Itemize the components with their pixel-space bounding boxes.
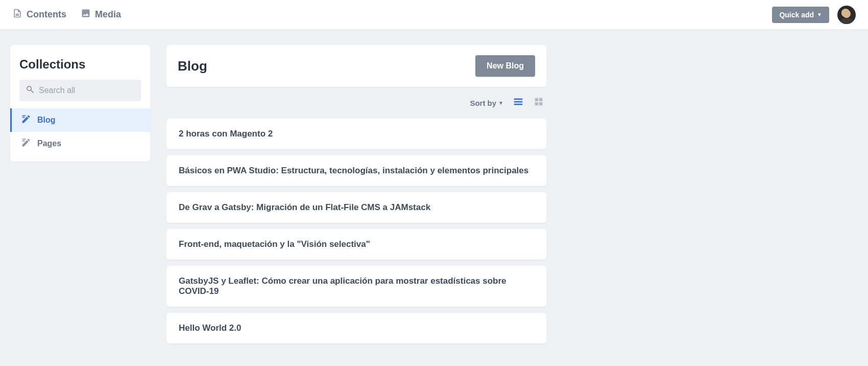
entry-item[interactable]: Front-end, maquetación y la "Visión sele… bbox=[166, 229, 546, 260]
view-grid-button[interactable] bbox=[533, 96, 544, 109]
search-container[interactable] bbox=[19, 80, 141, 101]
quick-add-label: Quick add bbox=[779, 11, 814, 19]
sort-by-dropdown[interactable]: Sort by ▼ bbox=[470, 99, 503, 107]
sidebar-title: Collections bbox=[10, 45, 150, 80]
sidebar-item-pages[interactable]: Pages bbox=[10, 132, 150, 155]
chevron-down-icon: ▼ bbox=[817, 12, 822, 17]
content-header: Blog New Blog bbox=[166, 45, 546, 87]
image-icon bbox=[81, 8, 91, 21]
page-title: Blog bbox=[178, 58, 207, 74]
quick-add-button[interactable]: Quick add ▼ bbox=[772, 7, 829, 23]
entry-item[interactable]: Hello World 2.0 bbox=[166, 313, 546, 344]
main: Collections BlogPages Blog New Blog Sort… bbox=[0, 30, 868, 365]
nav-media-label: Media bbox=[95, 9, 121, 20]
content: Blog New Blog Sort by ▼ 2 horas con Mage… bbox=[166, 45, 546, 350]
entry-item[interactable]: Básicos en PWA Studio: Estructura, tecno… bbox=[166, 155, 546, 186]
avatar[interactable] bbox=[837, 6, 856, 24]
nav-media[interactable]: Media bbox=[81, 8, 121, 21]
pencil-icon bbox=[21, 138, 31, 150]
topbar-right: Quick add ▼ bbox=[772, 6, 856, 24]
list-controls: Sort by ▼ bbox=[166, 96, 546, 109]
chevron-down-icon: ▼ bbox=[498, 100, 503, 106]
document-icon bbox=[12, 8, 22, 21]
new-entry-button[interactable]: New Blog bbox=[475, 55, 535, 77]
nav-contents[interactable]: Contents bbox=[12, 8, 66, 21]
view-list-button[interactable] bbox=[513, 96, 524, 109]
sidebar-item-blog[interactable]: Blog bbox=[10, 108, 150, 132]
sidebar-item-label: Blog bbox=[37, 116, 56, 125]
entry-item[interactable]: 2 horas con Magento 2 bbox=[166, 119, 546, 149]
entries-list: 2 horas con Magento 2Básicos en PWA Stud… bbox=[166, 119, 546, 344]
entry-item[interactable]: De Grav a Gatsby: Migración de un Flat-F… bbox=[166, 192, 546, 223]
topbar-nav: Contents Media bbox=[12, 8, 121, 21]
collections-list: BlogPages bbox=[10, 108, 150, 155]
sidebar: Collections BlogPages bbox=[10, 45, 150, 162]
sidebar-item-label: Pages bbox=[37, 139, 61, 148]
sort-by-label: Sort by bbox=[470, 99, 496, 107]
nav-contents-label: Contents bbox=[27, 9, 66, 20]
pencil-icon bbox=[21, 114, 31, 126]
entry-item[interactable]: GatsbyJS y Leaflet: Cómo crear una aplic… bbox=[166, 266, 546, 307]
search-input[interactable] bbox=[39, 86, 135, 95]
search-icon bbox=[26, 85, 35, 96]
topbar: Contents Media Quick add ▼ bbox=[0, 0, 868, 30]
